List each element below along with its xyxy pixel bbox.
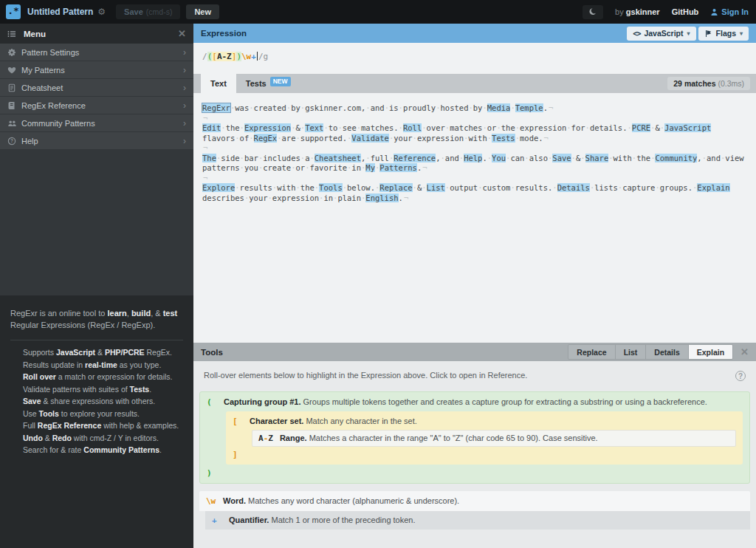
text-run: ·lists·capture·groups.· — [590, 183, 697, 192]
flags-dropdown[interactable]: Flags ▾ — [698, 27, 749, 41]
reference-icon — [7, 101, 21, 110]
text-run: ·was·created·by·gskinner.com,·and·is·pro… — [230, 103, 487, 112]
expression-panel-header: Expression <> JavaScript ▾ Flags ▾ — [193, 24, 756, 43]
sign-in-button[interactable]: Sign In — [710, 7, 749, 16]
text-line: The·side·bar·includes·a·Cheatsheet,·full… — [202, 154, 747, 164]
code-icon: <> — [633, 30, 640, 38]
sidebar-item-my-patterns[interactable]: My Patterns› — [0, 61, 193, 79]
save-shortcut-hint: (cmd-s) — [146, 7, 173, 16]
save-button[interactable]: Save (cmd-s) — [116, 4, 180, 19]
match-highlight[interactable]: Explore — [202, 183, 235, 192]
linebreak-glyph: ¬ — [404, 193, 408, 202]
match-highlight[interactable]: List — [427, 183, 445, 192]
new-button[interactable]: New — [186, 4, 219, 19]
match-highlight[interactable]: Tests — [492, 134, 515, 143]
tab-text[interactable]: Text — [201, 74, 236, 93]
match-highlight[interactable]: Explain — [697, 183, 729, 192]
text-line: flavors·of·RegEx·are·supported.·Validate… — [202, 134, 747, 144]
tab-tests-label: Tests — [246, 79, 267, 88]
pattern-settings-gear-icon[interactable]: ⚙ — [97, 7, 106, 17]
explain-word-row[interactable]: \w Word. Matches any word character (alp… — [199, 491, 750, 511]
text-run: flavors·of· — [202, 134, 254, 143]
sidebar-item-cheatsheet[interactable]: Cheatsheet› — [0, 79, 193, 97]
match-highlight[interactable]: Save — [552, 154, 571, 162]
text-editor[interactable]: RegExr·was·created·by·gskinner.com,·and·… — [193, 93, 756, 343]
expression-input[interactable]: /([A-Z])\w+/g — [193, 43, 756, 74]
range-description: Range. Matches a character in the range … — [280, 433, 598, 443]
sidebar: Menu ✕ Pattern Settings›My Patterns›Chea… — [0, 24, 193, 548]
author-link[interactable]: gskinner — [626, 7, 660, 16]
match-highlight[interactable]: Share — [585, 154, 609, 162]
match-highlight[interactable]: You — [492, 154, 506, 162]
text-run: . — [417, 163, 422, 172]
match-highlight[interactable]: Media — [487, 103, 511, 112]
tools-close-icon[interactable]: ✕ — [740, 346, 749, 357]
match-highlight[interactable]: JavaScript — [664, 123, 711, 132]
feature-bullet: Search for & rate Community Patterns. — [23, 445, 183, 454]
tools-tab-details[interactable]: Details — [646, 345, 688, 359]
text-line: RegExr·was·created·by·gskinner.com,·and·… — [202, 103, 747, 114]
explain-quantifier-row[interactable]: + Quantifier. Match 1 or more of the pre… — [205, 511, 750, 530]
match-highlight[interactable]: Replace — [379, 183, 412, 192]
charset-desc: Match any character in the set. — [306, 417, 416, 425]
match-highlight[interactable]: English — [365, 193, 398, 202]
blank-line: ¬ — [202, 143, 747, 154]
help-circle-icon[interactable]: ? — [735, 371, 746, 381]
github-link[interactable]: GitHub — [672, 7, 699, 16]
text-cursor — [257, 52, 258, 61]
explain-group-row[interactable]: ( Capturing group #1. Groups multiple to… — [199, 391, 750, 484]
match-highlight[interactable]: Edit — [202, 123, 221, 132]
tab-tests[interactable]: Tests NEW — [236, 74, 300, 93]
dark-mode-toggle[interactable] — [583, 5, 603, 19]
sidebar-item-label: RegEx Reference — [21, 101, 86, 110]
pattern-title[interactable]: Untitled Pattern — [27, 7, 93, 17]
match-highlight[interactable]: Details — [557, 183, 590, 192]
language-dropdown-label: JavaScript — [644, 29, 683, 38]
sidebar-item-pattern-settings[interactable]: Pattern Settings› — [0, 44, 193, 61]
feature-bullet: Full RegEx Reference with help & example… — [23, 421, 183, 430]
match-highlight[interactable]: RegExr — [202, 103, 230, 112]
tools-tab-replace[interactable]: Replace — [568, 345, 615, 359]
match-highlight[interactable]: Temple — [515, 103, 543, 112]
match-highlight[interactable]: Validate — [351, 134, 389, 143]
sidebar-about: RegExr is an online tool to learn, build… — [0, 295, 193, 548]
language-dropdown[interactable]: <> JavaScript ▾ — [627, 27, 695, 41]
chevron-right-icon: › — [183, 137, 186, 145]
explain-range-row[interactable]: A-Z Range. Matches a character in the ra… — [252, 430, 736, 447]
sidebar-item-label: Community Patterns — [21, 119, 95, 128]
match-highlight[interactable]: The — [202, 154, 216, 162]
match-highlight[interactable]: PCRE — [632, 123, 650, 132]
regexr-logo[interactable]: .* — [6, 4, 21, 19]
tools-tab-explain[interactable]: Explain — [689, 345, 732, 359]
sidebar-item-regex-reference[interactable]: RegEx Reference› — [0, 97, 193, 114]
explain-charset-row[interactable]: [ Character set. Match any character in … — [226, 411, 743, 465]
quantifier-desc: Match 1 or more of the preceding token. — [271, 516, 415, 524]
match-highlight[interactable]: Cheatsheet — [315, 154, 361, 162]
word-desc: Matches any word character (alphanumeric… — [248, 496, 459, 505]
range-desc: Matches a character in the range "A" to … — [309, 434, 598, 442]
regex-token: / — [202, 52, 207, 61]
text-run: ·&· — [571, 154, 585, 162]
match-highlight[interactable]: Text — [305, 123, 323, 132]
sidebar-item-community-patterns[interactable]: Community Patterns› — [0, 114, 193, 132]
menu-close-icon[interactable]: ✕ — [178, 28, 186, 39]
feature-bullet: Roll over a match or expression for deta… — [23, 372, 183, 381]
match-highlight[interactable]: Help — [464, 154, 482, 162]
word-title: Word. — [223, 496, 246, 505]
text-run: . — [543, 103, 548, 112]
match-highlight[interactable]: My — [365, 163, 375, 172]
match-highlight[interactable]: Patterns — [379, 163, 417, 172]
regex-token: \w — [241, 52, 251, 61]
match-highlight[interactable]: Reference — [394, 154, 436, 162]
match-highlight[interactable]: Roll — [403, 123, 422, 132]
sidebar-item-help[interactable]: ?Help› — [0, 132, 193, 150]
match-highlight[interactable]: Tools — [319, 183, 343, 192]
text-run: ·to·see·matches.· — [323, 123, 403, 132]
match-highlight[interactable]: RegEx — [254, 134, 278, 143]
chevron-right-icon: › — [183, 83, 186, 92]
match-highlight[interactable]: Expression — [244, 123, 291, 132]
tools-tab-list[interactable]: List — [616, 345, 647, 359]
explain-info-row: Roll-over elements below to highlight in… — [193, 361, 756, 391]
match-highlight[interactable]: Community — [655, 154, 697, 162]
menu-icon[interactable] — [7, 30, 16, 38]
